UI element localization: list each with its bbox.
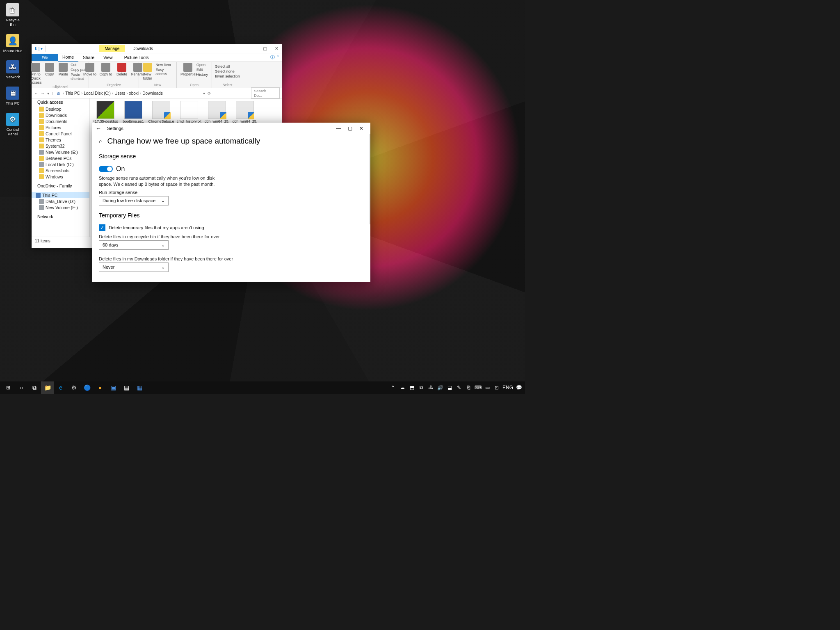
start-button[interactable]: ⊞ — [2, 381, 15, 394]
select-all-button[interactable]: Select all — [215, 64, 240, 68]
taskbar-explorer[interactable]: 📁 — [41, 381, 54, 394]
tray-onedrive-icon[interactable]: ☁ — [398, 385, 407, 390]
nav-forward-button[interactable]: → — [41, 91, 45, 96]
taskbar-powershell[interactable]: ▣ — [107, 381, 120, 394]
settings-scrollbar[interactable] — [370, 134, 370, 224]
pin-to-quick-access-button[interactable]: Pin to Quick access — [30, 63, 42, 84]
tray-icon-1[interactable]: ⬒ — [407, 385, 416, 390]
home-icon[interactable]: ⌂ — [99, 138, 102, 144]
tree-network[interactable]: Network — [32, 213, 89, 220]
pin-icon — [31, 63, 40, 72]
tray-volume-icon[interactable]: 🔊 — [436, 385, 445, 390]
taskbar-chrome[interactable]: 🔵 — [80, 381, 94, 394]
taskbar-edge[interactable]: e — [54, 381, 67, 394]
properties-button[interactable]: Properties — [180, 63, 195, 76]
ribbon-collapse-icon[interactable]: ⓘ ⌃ — [268, 55, 282, 60]
storage-sense-toggle[interactable] — [99, 166, 113, 172]
recycle-bin-dropdown[interactable]: 60 days⌄ — [99, 240, 169, 250]
breadcrumb[interactable]: ›This PC› Local Disk (C:)› Users› xboxl›… — [63, 91, 163, 96]
tree-item[interactable]: New Volume (E:) — [32, 204, 89, 210]
tree-item[interactable]: Between PCs — [32, 155, 89, 161]
desktop-icon-recycle-bin[interactable]: 🗑Recycle Bin — [2, 3, 23, 27]
history-button[interactable]: History — [196, 73, 208, 77]
invert-selection-button[interactable]: Invert selection — [215, 74, 240, 78]
tree-this-pc[interactable]: This PC — [32, 192, 89, 198]
search-input[interactable]: Search Do... — [251, 87, 280, 99]
nav-recent-button[interactable]: ▾ — [47, 91, 49, 96]
folder-icon — [39, 174, 44, 179]
settings-back-button[interactable]: ← — [96, 125, 101, 132]
tree-item[interactable]: Themes — [32, 137, 89, 143]
tray-network-icon[interactable]: 🖧 — [426, 385, 435, 390]
tree-item[interactable]: Desktop — [32, 106, 89, 112]
tree-item[interactable]: Control Panel — [32, 130, 89, 137]
delete-button[interactable]: Delete — [114, 63, 129, 76]
file-icon — [236, 101, 254, 119]
tray-icon-6[interactable]: ▭ — [483, 385, 492, 390]
settings-close-button[interactable]: ✕ — [356, 126, 367, 131]
tray-icon-4[interactable]: ✎ — [454, 385, 463, 390]
tab-file[interactable]: File — [32, 54, 58, 61]
run-storage-sense-dropdown[interactable]: During low free disk space⌄ — [99, 196, 169, 205]
copy-button[interactable]: Copy — [43, 63, 55, 76]
tree-item[interactable]: Pictures — [32, 124, 89, 130]
downloads-dropdown[interactable]: Never⌄ — [99, 262, 169, 272]
tree-item[interactable]: Documents — [32, 118, 89, 124]
new-folder-button[interactable]: New folder — [141, 63, 154, 80]
tray-icon-7[interactable]: ⊡ — [492, 385, 501, 390]
desktop-icon-this-pc[interactable]: 🖥This PC — [2, 87, 23, 105]
easy-access-button[interactable]: Easy access — [155, 68, 175, 76]
tree-item[interactable]: Data_Drive (D:) — [32, 198, 89, 204]
explorer-close-button[interactable]: ✕ — [271, 46, 282, 51]
tree-item[interactable]: Local Disk (C:) — [32, 161, 89, 167]
tab-share[interactable]: Share — [78, 54, 99, 61]
tree-item[interactable]: New Volume (E:) — [32, 149, 89, 155]
paste-button[interactable]: Paste — [57, 63, 69, 76]
tab-picture-tools[interactable]: Picture Tools — [120, 54, 153, 61]
tray-icon-3[interactable]: ⬓ — [445, 385, 454, 390]
tree-onedrive[interactable]: OneDrive - Family — [32, 182, 89, 189]
tree-item[interactable]: Downloads — [32, 112, 89, 118]
tray-language[interactable]: ENG — [502, 385, 514, 390]
taskbar-app1[interactable]: ● — [94, 381, 107, 394]
settings-maximize-button[interactable]: ▢ — [344, 126, 356, 131]
taskbar-app3[interactable]: ▦ — [133, 381, 146, 394]
tools-manage-tab[interactable]: Manage — [99, 45, 125, 52]
tray-icon-5[interactable]: ⎘ — [464, 385, 473, 390]
select-none-button[interactable]: Select none — [215, 69, 240, 73]
nav-tree: Quick access DesktopDownloadsDocumentsPi… — [32, 98, 90, 237]
tray-overflow-icon[interactable]: ⌃ — [388, 385, 397, 390]
taskbar-app2[interactable]: ▤ — [120, 381, 133, 394]
tab-view[interactable]: View — [99, 54, 117, 61]
desktop-icon-user[interactable]: 👤Mauro Huc — [2, 34, 23, 53]
tree-item[interactable]: Screenshots — [32, 167, 89, 173]
nav-back-button[interactable]: ← — [34, 91, 38, 96]
search-button[interactable]: ○ — [15, 381, 28, 394]
settings-minimize-button[interactable]: — — [333, 126, 344, 131]
explorer-maximize-button[interactable]: ▢ — [259, 46, 271, 51]
address-dropdown[interactable]: ▾ — [203, 91, 205, 96]
copy-to-button[interactable]: Copy to — [98, 63, 113, 76]
tray-action-center-icon[interactable]: 💬 — [514, 385, 523, 390]
tree-item[interactable]: Windows — [32, 173, 89, 180]
refresh-button[interactable]: ⟳ — [208, 91, 211, 96]
desktop-icon-network[interactable]: 🖧Network — [2, 60, 23, 79]
tree-quick-access[interactable]: Quick access — [32, 98, 89, 106]
qat-dropdown[interactable]: ⬇ | ▾ — [32, 46, 46, 52]
open-button[interactable]: Open — [196, 63, 208, 67]
desktop-icon-control-panel[interactable]: ⚙Control Panel — [2, 113, 23, 136]
edit-button[interactable]: Edit — [196, 68, 208, 72]
tree-item[interactable]: System32 — [32, 143, 89, 149]
task-view-button[interactable]: ⧉ — [28, 381, 41, 394]
taskbar-settings[interactable]: ⚙ — [67, 381, 80, 394]
tab-home[interactable]: Home — [58, 53, 78, 62]
nav-up-button[interactable]: ↑ — [52, 91, 54, 96]
delete-temp-checkbox[interactable]: ✓ — [99, 224, 105, 231]
tray-keyboard-icon[interactable]: ⌨ — [473, 385, 482, 390]
folder-icon — [39, 156, 44, 161]
folder-icon — [39, 137, 44, 142]
move-to-button[interactable]: Move to — [82, 63, 97, 76]
new-item-button[interactable]: New item — [155, 63, 175, 67]
explorer-minimize-button[interactable]: — — [248, 46, 259, 51]
tray-icon-2[interactable]: ⧉ — [417, 385, 426, 390]
